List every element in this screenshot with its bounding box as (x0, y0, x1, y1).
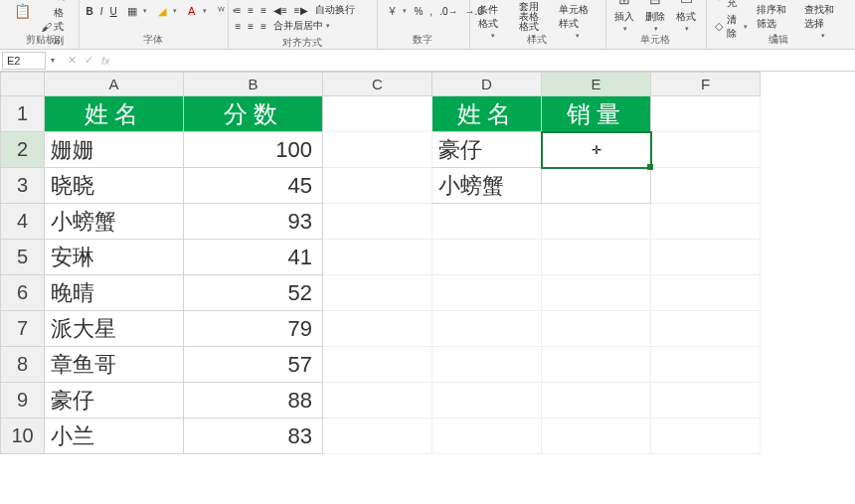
cell-B3[interactable]: 45 (184, 168, 323, 204)
cell-F1[interactable] (651, 96, 761, 132)
cell-A9[interactable]: 豪仔 (45, 383, 184, 419)
cell-B2[interactable]: 100 (184, 132, 323, 168)
cell-E9[interactable] (542, 383, 651, 419)
col-header-E[interactable]: E (542, 73, 651, 96)
cell-F5[interactable] (651, 240, 761, 275)
cell-C7[interactable] (323, 311, 432, 347)
cell-E10[interactable] (542, 419, 651, 454)
enter-formula-button[interactable]: ✓ (85, 54, 93, 67)
name-box-dropdown[interactable]: ▾ (46, 56, 60, 65)
font-color-button[interactable]: A (182, 2, 209, 20)
cell-B1[interactable]: 分数 (184, 96, 323, 132)
cell-B10[interactable]: 83 (184, 419, 323, 454)
cell-A2[interactable]: 姗姗 (45, 132, 184, 168)
cell-E3[interactable] (542, 168, 651, 204)
cell-C2[interactable] (323, 132, 432, 168)
cell-E5[interactable] (542, 240, 651, 275)
cell-A10[interactable]: 小兰 (45, 419, 184, 454)
cell-F4[interactable] (651, 204, 761, 240)
percent-button[interactable]: % (412, 5, 425, 18)
cell-B8[interactable]: 57 (184, 347, 323, 383)
format-button[interactable]: ▭格式 (672, 0, 700, 35)
cell-A8[interactable]: 章鱼哥 (45, 347, 184, 383)
italic-button[interactable]: I (98, 5, 105, 18)
cell-F2[interactable] (651, 132, 761, 168)
cell-C1[interactable] (323, 96, 432, 132)
cell-C3[interactable] (323, 168, 432, 204)
fill-color-button[interactable]: ◢ (152, 2, 179, 20)
insert-button[interactable]: ⊞插入 (610, 0, 638, 35)
align-top-button[interactable]: ≡ (233, 4, 243, 17)
cell-A3[interactable]: 晓晓 (45, 168, 184, 204)
cell-A4[interactable]: 小螃蟹 (45, 204, 184, 240)
align-left-button[interactable]: ≡ (233, 20, 243, 33)
cell-A1[interactable]: 姓名 (45, 96, 184, 132)
cell-B4[interactable]: 93 (184, 204, 323, 240)
underline-button[interactable]: U (107, 5, 118, 18)
cell-B7[interactable]: 79 (184, 311, 323, 347)
cell-C8[interactable] (323, 347, 432, 383)
cell-D5[interactable] (432, 240, 542, 275)
row-header-1[interactable]: 1 (1, 96, 45, 132)
col-header-F[interactable]: F (651, 73, 761, 96)
cell-B6[interactable]: 52 (184, 275, 323, 311)
cell-F9[interactable] (651, 383, 761, 419)
align-right-button[interactable]: ≡ (258, 20, 268, 33)
cell-C9[interactable] (323, 383, 432, 419)
row-header-9[interactable]: 9 (1, 383, 45, 419)
border-button[interactable]: ▦ (122, 2, 149, 20)
copy-button[interactable]: ⧉复制 (39, 0, 73, 4)
row-header-6[interactable]: 6 (1, 275, 45, 311)
cell-D7[interactable] (432, 311, 542, 347)
cell-D4[interactable] (432, 204, 542, 240)
cell-C10[interactable] (323, 419, 432, 454)
indent-dec-button[interactable]: ◀≡ (271, 4, 289, 17)
formula-input[interactable] (118, 52, 855, 70)
row-header-8[interactable]: 8 (1, 347, 45, 383)
cell-E8[interactable] (542, 347, 651, 383)
row-header-2[interactable]: 2 (1, 132, 45, 168)
cell-B5[interactable]: 41 (184, 240, 323, 275)
cell-A5[interactable]: 安琳 (45, 240, 184, 275)
cancel-formula-button[interactable]: ✕ (68, 54, 77, 67)
cell-A6[interactable]: 晚晴 (45, 275, 184, 311)
col-header-C[interactable]: C (323, 73, 432, 96)
align-bottom-button[interactable]: ≡ (258, 4, 268, 17)
cell-D6[interactable] (432, 275, 542, 311)
cell-A7[interactable]: 派大星 (45, 311, 184, 347)
row-header-10[interactable]: 10 (1, 419, 45, 454)
cell-D1[interactable]: 姓名 (432, 96, 542, 132)
cell-E2[interactable]: ✛ (542, 132, 651, 168)
row-header-4[interactable]: 4 (1, 204, 45, 240)
row-header-5[interactable]: 5 (1, 240, 45, 275)
align-center-button[interactable]: ≡ (246, 20, 256, 33)
comma-button[interactable]: , (428, 5, 434, 18)
cell-F3[interactable] (651, 168, 761, 204)
currency-button[interactable]: ¥ (382, 2, 409, 20)
cell-F7[interactable] (651, 311, 761, 347)
cell-F8[interactable] (651, 347, 761, 383)
merge-center-button[interactable]: 合并后居中 (271, 18, 332, 34)
cell-D2[interactable]: 豪仔 (432, 132, 542, 168)
cell-D8[interactable] (432, 347, 542, 383)
name-box[interactable]: E2 (2, 52, 46, 70)
inc-decimal-button[interactable]: .0→ (437, 5, 459, 18)
fill-button[interactable]: ↓填充 (711, 0, 750, 11)
cell-E4[interactable] (542, 204, 651, 240)
row-header-7[interactable]: 7 (1, 311, 45, 347)
cell-B9[interactable]: 88 (184, 383, 323, 419)
col-header-A[interactable]: A (45, 73, 184, 96)
cell-E6[interactable] (542, 275, 651, 311)
delete-button[interactable]: ⊟删除 (641, 0, 669, 35)
cell-F6[interactable] (651, 275, 761, 311)
fx-button[interactable]: fx (101, 55, 110, 67)
indent-inc-button[interactable]: ≡▶ (292, 4, 310, 17)
align-middle-button[interactable]: ≡ (246, 4, 256, 17)
cell-D9[interactable] (432, 383, 542, 419)
bold-button[interactable]: B (84, 5, 94, 18)
col-header-B[interactable]: B (184, 73, 323, 96)
select-all-corner[interactable] (1, 73, 45, 96)
cell-D3[interactable]: 小螃蟹 (432, 168, 542, 204)
cell-E7[interactable] (542, 311, 651, 347)
cell-E1[interactable]: 销量 (542, 96, 651, 132)
